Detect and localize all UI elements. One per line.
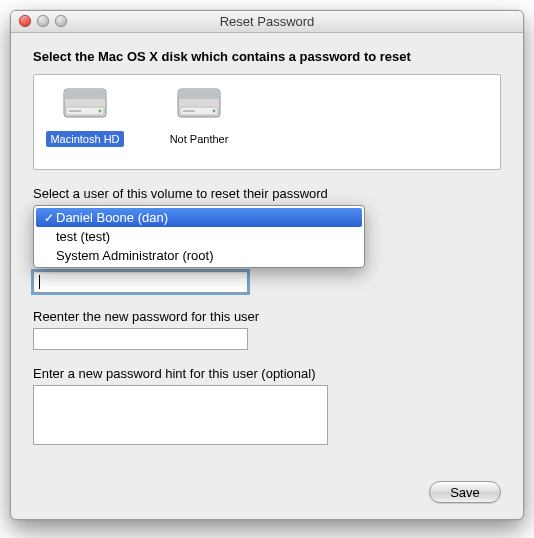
- new-password-field[interactable]: [33, 271, 248, 293]
- hard-drive-icon: [60, 83, 110, 127]
- svg-rect-4: [69, 110, 81, 112]
- menu-item-label: System Administrator (root): [56, 248, 354, 263]
- checkmark-icon: ✓: [42, 211, 56, 225]
- content-area: Select the Mac OS X disk which contains …: [11, 33, 523, 462]
- titlebar: Reset Password: [11, 11, 523, 33]
- disk-heading: Select the Mac OS X disk which contains …: [33, 49, 501, 64]
- reenter-password-field[interactable]: [33, 328, 248, 350]
- minimize-button[interactable]: [37, 15, 49, 27]
- hard-drive-icon: [174, 83, 224, 127]
- reenter-password-label: Reenter the new password for this user: [33, 309, 501, 324]
- menu-item-system-administrator[interactable]: System Administrator (root): [36, 246, 362, 265]
- svg-point-8: [213, 110, 216, 113]
- save-button[interactable]: Save: [429, 481, 501, 503]
- disk-item-not-panther[interactable]: Not Panther: [156, 83, 242, 147]
- svg-rect-9: [183, 110, 195, 112]
- disk-label: Macintosh HD: [46, 131, 123, 147]
- window-controls: [19, 15, 67, 27]
- disk-label: Not Panther: [166, 131, 233, 147]
- select-user-label: Select a user of this volume to reset th…: [33, 186, 501, 201]
- button-row: Save: [429, 481, 501, 503]
- menu-item-daniel-boone[interactable]: ✓ Daniel Boone (dan): [36, 208, 362, 227]
- user-dropdown-menu: ✓ Daniel Boone (dan) test (test) System …: [33, 205, 365, 268]
- password-hint-field[interactable]: [33, 385, 328, 445]
- svg-rect-6: [178, 89, 220, 99]
- password-hint-label: Enter a new password hint for this user …: [33, 366, 501, 381]
- disk-item-macintosh-hd[interactable]: Macintosh HD: [42, 83, 128, 147]
- reset-password-window: Reset Password Select the Mac OS X disk …: [10, 10, 524, 520]
- svg-point-3: [99, 110, 102, 113]
- zoom-button[interactable]: [55, 15, 67, 27]
- disk-list: Macintosh HD Not Panther: [33, 74, 501, 170]
- window-title: Reset Password: [11, 14, 523, 29]
- svg-rect-1: [64, 89, 106, 99]
- menu-item-label: test (test): [56, 229, 354, 244]
- text-caret: [39, 275, 40, 289]
- close-button[interactable]: [19, 15, 31, 27]
- menu-item-test[interactable]: test (test): [36, 227, 362, 246]
- menu-item-label: Daniel Boone (dan): [56, 210, 354, 225]
